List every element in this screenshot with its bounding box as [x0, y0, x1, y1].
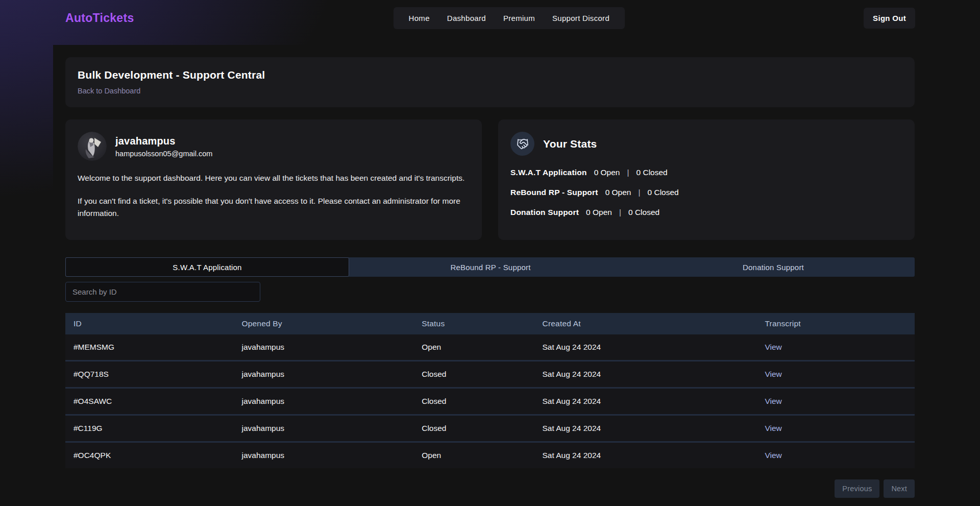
tickets-table: IDOpened ByStatusCreated AtTranscript #M… — [65, 313, 915, 468]
ticket-id-cell: #O4SAWC — [65, 389, 233, 416]
brand-logo[interactable]: AutoTickets — [65, 11, 134, 25]
top-bar: AutoTickets HomeDashboardPremiumSupport … — [0, 0, 980, 36]
status-cell: Closed — [413, 416, 534, 443]
page-header-card: Bulk Development - Support Central Back … — [65, 57, 915, 107]
transcript-cell: View — [756, 443, 915, 468]
user-name: javahampus — [115, 135, 212, 147]
table-header-row: IDOpened ByStatusCreated AtTranscript — [65, 313, 915, 334]
stat-label: S.W.A.T Application — [510, 168, 587, 177]
table-row: #MEMSMGjavahampusOpenSat Aug 24 2024View — [65, 334, 915, 362]
transcript-cell: View — [756, 416, 915, 443]
ticket-category-tabs: S.W.A.T ApplicationReBound RP - SupportD… — [65, 257, 915, 277]
user-email: hampusolsson05@gmail.com — [115, 150, 212, 158]
info-cards-row: javahampus hampusolsson05@gmail.com Welc… — [65, 119, 915, 240]
stat-row: ReBound RP - Support0 Open|0 Closed — [510, 188, 902, 197]
stat-row: S.W.A.T Application0 Open|0 Closed — [510, 168, 902, 177]
page-title: Bulk Development - Support Central — [78, 69, 902, 81]
stat-separator: | — [627, 168, 629, 177]
stats-rows: S.W.A.T Application0 Open|0 ClosedReBoun… — [510, 168, 902, 217]
view-transcript-link[interactable]: View — [765, 397, 781, 405]
column-header: Created At — [534, 313, 757, 334]
view-transcript-link[interactable]: View — [765, 451, 781, 460]
ticket-id-cell: #OC4QPK — [65, 443, 233, 468]
nav-item-support-discord[interactable]: Support Discord — [552, 14, 609, 22]
tab-swat-application[interactable]: S.W.A.T Application — [65, 257, 349, 277]
stat-open-count: 0 Open — [594, 168, 620, 177]
previous-page-button[interactable]: Previous — [835, 479, 879, 498]
user-identity: javahampus hampusolsson05@gmail.com — [115, 135, 212, 158]
tab-donation-support[interactable]: Donation Support — [632, 257, 915, 277]
welcome-paragraph-2: If you can't find a ticket, it's possibl… — [78, 195, 470, 219]
created-at-cell: Sat Aug 24 2024 — [534, 362, 757, 389]
created-at-cell: Sat Aug 24 2024 — [534, 334, 757, 362]
stat-open-count: 0 Open — [586, 208, 612, 217]
status-cell: Open — [413, 334, 534, 362]
next-page-button[interactable]: Next — [884, 479, 915, 498]
stat-separator: | — [638, 188, 640, 197]
ticket-id-cell: #MEMSMG — [65, 334, 233, 362]
pagination: Previous Next — [65, 479, 915, 505]
column-header: Status — [413, 313, 534, 334]
ticket-id-cell: #C119G — [65, 416, 233, 443]
column-header: ID — [65, 313, 233, 334]
welcome-paragraph-1: Welcome to the support dashboard. Here y… — [78, 172, 470, 184]
stats-card: Your Stats S.W.A.T Application0 Open|0 C… — [498, 119, 915, 240]
stats-title: Your Stats — [543, 138, 597, 150]
opened-by-cell: javahampus — [233, 389, 413, 416]
stat-row: Donation Support0 Open|0 Closed — [510, 208, 902, 217]
user-avatar — [78, 132, 107, 161]
main-nav: HomeDashboardPremiumSupport Discord — [394, 7, 625, 29]
created-at-cell: Sat Aug 24 2024 — [534, 389, 757, 416]
column-header: Opened By — [233, 313, 413, 334]
nav-item-home[interactable]: Home — [409, 14, 430, 22]
stats-card-header: Your Stats — [510, 132, 902, 156]
status-cell: Closed — [413, 362, 534, 389]
transcript-cell: View — [756, 362, 915, 389]
created-at-cell: Sat Aug 24 2024 — [534, 443, 757, 468]
stat-open-count: 0 Open — [605, 188, 631, 197]
status-cell: Closed — [413, 389, 534, 416]
view-transcript-link[interactable]: View — [765, 343, 781, 351]
transcript-cell: View — [756, 389, 915, 416]
table-row: #O4SAWCjavahampusClosedSat Aug 24 2024Vi… — [65, 389, 915, 416]
avatar-image — [78, 132, 107, 161]
stat-closed-count: 0 Closed — [636, 168, 668, 177]
tab-rebound-rp-support[interactable]: ReBound RP - Support — [349, 257, 632, 277]
user-card-header: javahampus hampusolsson05@gmail.com — [78, 132, 470, 161]
main-content: Bulk Development - Support Central Back … — [53, 45, 927, 506]
nav-item-premium[interactable]: Premium — [503, 14, 535, 22]
stat-separator: | — [619, 208, 621, 217]
table-body: #MEMSMGjavahampusOpenSat Aug 24 2024View… — [65, 334, 915, 468]
back-to-dashboard-link[interactable]: Back to Dashboard — [78, 87, 140, 95]
nav-item-dashboard[interactable]: Dashboard — [447, 14, 486, 22]
table-row: #C119GjavahampusClosedSat Aug 24 2024Vie… — [65, 416, 915, 443]
stat-label: ReBound RP - Support — [510, 188, 598, 197]
handshake-icon — [510, 132, 534, 156]
view-transcript-link[interactable]: View — [765, 370, 781, 378]
user-card: javahampus hampusolsson05@gmail.com Welc… — [65, 119, 482, 240]
opened-by-cell: javahampus — [233, 334, 413, 362]
ticket-id-cell: #QQ718S — [65, 362, 233, 389]
table-row: #QQ718SjavahampusClosedSat Aug 24 2024Vi… — [65, 362, 915, 389]
created-at-cell: Sat Aug 24 2024 — [534, 416, 757, 443]
stat-closed-count: 0 Closed — [648, 188, 679, 197]
transcript-cell: View — [756, 334, 915, 362]
opened-by-cell: javahampus — [233, 443, 413, 468]
sign-out-button[interactable]: Sign Out — [864, 8, 915, 29]
status-cell: Open — [413, 443, 534, 468]
table-header: IDOpened ByStatusCreated AtTranscript — [65, 313, 915, 334]
search-input[interactable] — [65, 282, 260, 302]
column-header: Transcript — [756, 313, 915, 334]
view-transcript-link[interactable]: View — [765, 424, 781, 432]
stat-closed-count: 0 Closed — [628, 208, 659, 217]
opened-by-cell: javahampus — [233, 362, 413, 389]
opened-by-cell: javahampus — [233, 416, 413, 443]
welcome-text: Welcome to the support dashboard. Here y… — [78, 172, 470, 219]
stat-label: Donation Support — [510, 208, 579, 217]
table-row: #OC4QPKjavahampusOpenSat Aug 24 2024View — [65, 443, 915, 468]
